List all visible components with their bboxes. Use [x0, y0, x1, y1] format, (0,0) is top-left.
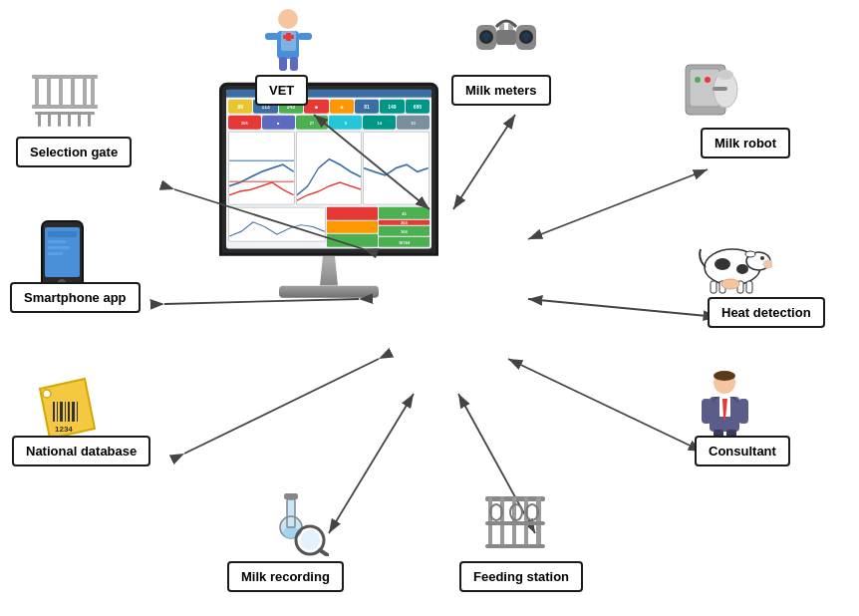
svg-rect-67 [77, 402, 78, 422]
svg-point-98 [300, 530, 320, 550]
svg-line-7 [184, 359, 379, 454]
svg-rect-39 [35, 75, 39, 109]
svg-rect-46 [38, 112, 41, 127]
svg-point-80 [721, 279, 739, 289]
milk-recording-label: Milk recording [227, 561, 344, 592]
vet-icon [261, 5, 316, 73]
svg-rect-64 [65, 402, 66, 422]
selection-gate-icon [30, 70, 100, 130]
svg-line-3 [453, 115, 515, 209]
svg-rect-37 [32, 75, 98, 79]
national-database-label: National database [12, 436, 150, 466]
svg-rect-15 [298, 33, 312, 40]
cow-icon [693, 229, 772, 294]
svg-rect-38 [32, 105, 98, 109]
svg-rect-51 [88, 112, 91, 127]
smartphone-icon [40, 219, 85, 291]
vet-label: VET [255, 75, 308, 106]
svg-point-29 [522, 33, 530, 41]
heat-detection-icon-container [693, 229, 772, 294]
feeding-station-icon-container [480, 488, 550, 558]
svg-point-73 [763, 260, 772, 268]
svg-rect-54 [48, 231, 77, 237]
svg-point-70 [715, 258, 730, 270]
svg-line-6 [164, 299, 359, 304]
selection-gate-label: Selection gate [16, 137, 132, 167]
svg-rect-76 [711, 281, 716, 293]
svg-rect-41 [59, 75, 63, 109]
svg-line-8 [528, 299, 717, 317]
svg-point-82 [714, 371, 735, 381]
milk-meters-icon [471, 5, 541, 70]
svg-rect-18 [286, 33, 291, 41]
milk-meters-icon-container [471, 5, 541, 70]
milk-robot-icon [678, 55, 747, 125]
svg-point-74 [760, 256, 764, 260]
svg-point-71 [736, 264, 748, 274]
svg-rect-56 [48, 246, 70, 249]
svg-rect-47 [48, 112, 51, 127]
svg-rect-106 [485, 521, 545, 525]
vet-icon-container [261, 5, 316, 73]
milk-recording-icon [264, 488, 329, 556]
svg-rect-20 [290, 57, 298, 71]
diagram-container: 89 113 243 ■ ■ 81 149 688 206 ■ 27 9 [0, 0, 859, 616]
svg-rect-65 [68, 402, 70, 422]
svg-line-10 [329, 394, 414, 533]
svg-rect-63 [60, 402, 63, 422]
svg-point-75 [745, 251, 755, 257]
svg-rect-55 [48, 240, 66, 243]
svg-rect-45 [35, 112, 95, 115]
svg-rect-79 [746, 281, 752, 293]
milk-recording-icon-container [264, 488, 329, 556]
svg-rect-25 [496, 30, 516, 45]
svg-rect-61 [53, 402, 55, 422]
national-database-icon: 1234 [35, 374, 100, 444]
svg-point-12 [278, 9, 298, 29]
svg-rect-66 [72, 402, 75, 422]
svg-rect-107 [485, 544, 545, 548]
svg-point-34 [695, 77, 701, 83]
svg-rect-90 [702, 399, 712, 424]
svg-rect-49 [68, 112, 71, 127]
svg-rect-48 [58, 112, 61, 127]
heat-detection-label: Heat detection [708, 297, 825, 328]
svg-rect-91 [738, 399, 748, 424]
svg-line-9 [508, 359, 703, 452]
svg-rect-40 [47, 75, 51, 109]
svg-text:1234: 1234 [55, 425, 73, 434]
feeding-station-label: Feeding station [459, 561, 583, 592]
milk-robot-label: Milk robot [701, 128, 790, 158]
smartphone-app-label: Smartphone app [10, 282, 141, 313]
svg-line-99 [320, 550, 329, 556]
svg-line-4 [528, 169, 708, 239]
svg-rect-50 [78, 112, 81, 127]
svg-rect-92 [284, 493, 298, 499]
smartphone-icon-container [40, 219, 85, 291]
svg-point-60 [43, 390, 51, 398]
svg-point-35 [705, 77, 711, 83]
milk-meters-label: Milk meters [451, 75, 551, 106]
feeding-station-icon [480, 488, 550, 558]
svg-rect-44 [91, 75, 95, 109]
svg-rect-57 [48, 252, 63, 255]
svg-rect-14 [265, 33, 279, 40]
svg-rect-62 [57, 402, 58, 422]
svg-rect-43 [83, 75, 87, 109]
central-monitor: 89 113 243 ■ ■ 81 149 688 206 ■ 27 9 [219, 83, 438, 298]
svg-rect-42 [71, 75, 75, 109]
consultant-label: Consultant [695, 436, 790, 466]
svg-point-28 [482, 33, 490, 41]
selection-gate-icon-container [30, 70, 100, 130]
svg-rect-19 [279, 57, 287, 71]
svg-rect-36 [713, 87, 727, 91]
national-database-icon-container: 1234 [35, 374, 100, 444]
svg-point-33 [717, 70, 733, 80]
milk-robot-icon-container [678, 55, 747, 125]
